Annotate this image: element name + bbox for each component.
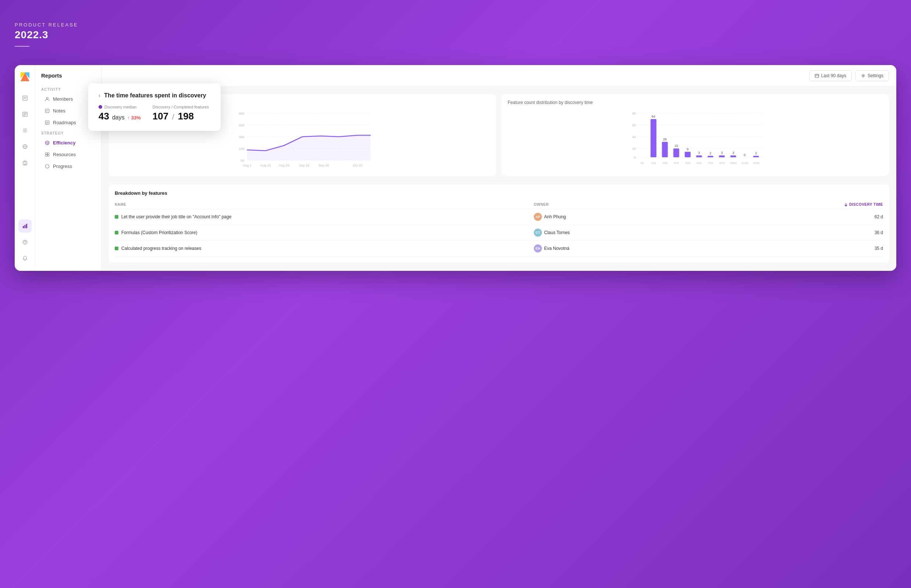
owner-cell-1: AP Anh Phung	[534, 213, 743, 221]
app-logo[interactable]	[19, 71, 31, 83]
resources-label: Resources	[53, 152, 76, 157]
roadmaps-icon	[44, 120, 50, 125]
notes-icon	[44, 108, 50, 113]
charts-row: Discovery median over time 60d 45d 30d 1…	[109, 94, 889, 176]
settings-label: Settings	[867, 73, 883, 78]
svg-rect-75	[673, 149, 680, 157]
col-header-name: NAME	[115, 202, 534, 207]
svg-text:2: 2	[755, 152, 757, 155]
settings-icon	[861, 73, 866, 78]
svg-text:40: 40	[632, 135, 636, 139]
svg-rect-36	[45, 155, 47, 156]
explore-nav-icon[interactable]	[18, 140, 32, 153]
roadmaps-label: Roadmaps	[53, 120, 76, 125]
avatar-2: CT	[534, 229, 542, 237]
svg-text:87d: 87d	[720, 162, 724, 165]
stat-label-completed: Discovery / Completed features	[152, 105, 209, 109]
svg-text:75d: 75d	[708, 162, 713, 165]
nav-title: Reports	[35, 73, 101, 84]
feature-dot-1	[115, 215, 118, 219]
svg-text:Aug 29: Aug 29	[279, 163, 289, 167]
svg-rect-35	[45, 152, 47, 154]
bar-chart-title: Feature count distribution by discovery …	[508, 100, 883, 105]
svg-text:25d: 25d	[662, 162, 667, 165]
svg-text:37d: 37d	[674, 162, 679, 165]
svg-text:3: 3	[732, 151, 734, 155]
svg-text:?: ?	[24, 240, 26, 244]
svg-text:62d: 62d	[697, 162, 701, 165]
discovery-time-3: 35 d	[743, 246, 883, 251]
nav-item-efficiency[interactable]: Efficiency	[38, 137, 98, 149]
notes-nav-icon[interactable]	[18, 108, 32, 121]
help-nav-icon[interactable]: ?	[18, 236, 32, 249]
discovery-time-2: 36 d	[743, 230, 883, 235]
svg-text:45d: 45d	[239, 123, 244, 127]
svg-rect-82	[753, 156, 759, 157]
svg-rect-74	[662, 142, 668, 157]
table-row: Formulas (Custom Prioritization Score) C…	[115, 225, 883, 241]
table-title: Breakdown by features	[115, 191, 883, 196]
product-label: PRODUCT RELEASE	[15, 22, 896, 27]
popup-card: ‹ The time features spent in discovery D…	[88, 83, 220, 131]
settings-button[interactable]: Settings	[856, 70, 889, 81]
svg-text:112d: 112d	[741, 162, 748, 165]
feature-dot-2	[115, 231, 118, 234]
stat-group-completed: Discovery / Completed features 107 / 198	[152, 105, 209, 122]
calendar-icon	[815, 73, 819, 78]
feature-dot-3	[115, 247, 118, 250]
svg-text:Oct 10: Oct 10	[353, 163, 362, 167]
popup-title-row: ‹ The time features spent in discovery	[99, 92, 210, 99]
notes-label: Notes	[53, 108, 65, 113]
bar-chart-card: Feature count distribution by discovery …	[502, 94, 889, 176]
svg-rect-77	[696, 155, 702, 157]
book-nav-icon[interactable]	[18, 92, 32, 105]
table-card: Breakdown by features NAME OWNER DISCOVE…	[109, 184, 889, 262]
efficiency-label: Efficiency	[53, 140, 75, 145]
svg-text:15d: 15d	[239, 147, 244, 151]
svg-text:9: 9	[687, 147, 689, 151]
discovery-dot-icon	[99, 105, 102, 109]
svg-text:50d: 50d	[685, 162, 690, 165]
svg-point-25	[46, 97, 48, 99]
app-container: ? Reports ACTIVITY Members Notes	[15, 65, 896, 271]
svg-text:26: 26	[663, 137, 667, 141]
back-arrow[interactable]: ‹	[99, 92, 100, 99]
stat-trend: ↑ 33%	[128, 115, 141, 121]
svg-text:15: 15	[674, 144, 678, 148]
discovery-time-1: 62 d	[743, 214, 883, 220]
svg-rect-73	[651, 119, 657, 157]
svg-rect-20	[24, 225, 25, 228]
popup-title: The time features spent in discovery	[104, 92, 206, 99]
table-header: NAME OWNER DISCOVERY TIME	[115, 200, 883, 209]
svg-text:20: 20	[632, 147, 636, 151]
table-row: Let the user provide their job title on …	[115, 209, 883, 225]
svg-text:80: 80	[632, 112, 636, 115]
svg-text:2: 2	[710, 152, 711, 155]
nav-item-progress[interactable]: Progress	[38, 160, 98, 172]
list-nav-icon[interactable]	[18, 124, 32, 137]
svg-text:0d: 0d	[641, 162, 644, 165]
progress-icon	[44, 163, 50, 169]
svg-text:Aug 15: Aug 15	[260, 163, 271, 167]
date-range-button[interactable]: Last 90 days	[809, 70, 852, 81]
date-range-label: Last 90 days	[821, 73, 846, 78]
main-content: Last 90 days Settings Discovery median o…	[102, 65, 896, 271]
avatar-3: EN	[534, 244, 542, 252]
stat-value-median: 43 days ↑ 33%	[99, 111, 141, 122]
svg-text:3: 3	[698, 151, 700, 155]
building-nav-icon[interactable]	[18, 156, 32, 170]
reports-active-icon[interactable]	[18, 220, 32, 233]
svg-text:125d: 125d	[753, 162, 759, 165]
col-header-owner: OWNER	[534, 202, 743, 207]
svg-marker-55	[248, 135, 371, 160]
bell-nav-icon[interactable]	[18, 252, 32, 265]
feature-name-3: Calculated progress tracking on releases	[115, 246, 534, 251]
resources-icon	[44, 152, 50, 157]
feature-name-1: Let the user provide their job title on …	[115, 214, 534, 220]
nav-item-resources[interactable]: Resources	[38, 149, 98, 160]
svg-point-34	[46, 142, 48, 143]
stat-value-completed: 107 / 198	[152, 111, 209, 122]
svg-rect-37	[47, 152, 49, 154]
efficiency-icon	[44, 140, 50, 145]
sort-down-icon	[844, 203, 848, 207]
